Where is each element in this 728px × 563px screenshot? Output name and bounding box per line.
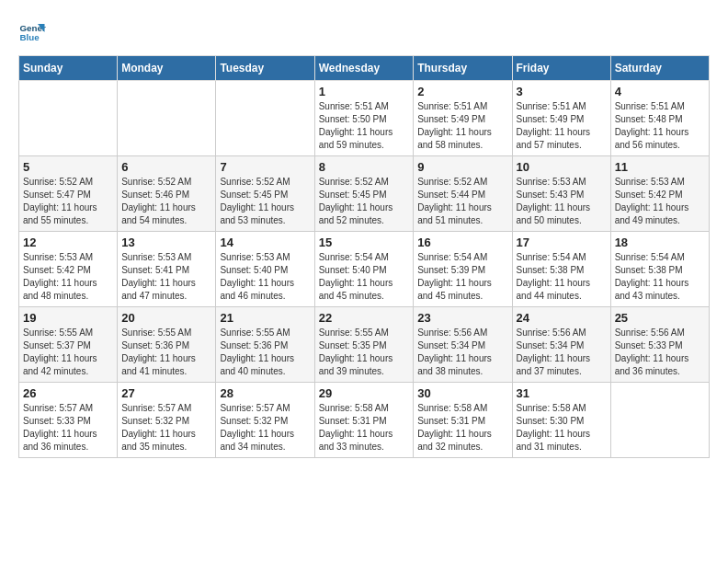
day-number: 11 (615, 160, 705, 174)
day-info: Sunrise: 5:52 AM Sunset: 5:44 PM Dayligh… (417, 176, 507, 227)
svg-text:Blue: Blue (20, 32, 40, 42)
weekday-header-row: SundayMondayTuesdayWednesdayThursdayFrid… (19, 56, 710, 81)
day-info: Sunrise: 5:54 AM Sunset: 5:38 PM Dayligh… (517, 251, 607, 303)
day-info: Sunrise: 5:51 AM Sunset: 5:49 PM Dayligh… (417, 100, 507, 152)
day-number: 16 (417, 236, 507, 249)
day-cell: 9Sunrise: 5:52 AM Sunset: 5:44 PM Daylig… (414, 156, 512, 232)
day-number: 29 (319, 386, 410, 400)
day-cell: 12Sunrise: 5:53 AM Sunset: 5:42 PM Dayli… (19, 232, 118, 307)
day-info: Sunrise: 5:53 AM Sunset: 5:43 PM Dayligh… (517, 176, 607, 227)
day-info: Sunrise: 5:55 AM Sunset: 5:37 PM Dayligh… (23, 327, 113, 378)
day-number: 6 (121, 160, 211, 174)
day-info: Sunrise: 5:58 AM Sunset: 5:31 PM Dayligh… (319, 402, 410, 454)
day-info: Sunrise: 5:57 AM Sunset: 5:33 PM Dayligh… (23, 402, 113, 454)
day-info: Sunrise: 5:57 AM Sunset: 5:32 PM Dayligh… (220, 402, 310, 454)
day-number: 28 (220, 386, 310, 400)
day-cell: 11Sunrise: 5:53 AM Sunset: 5:42 PM Dayli… (610, 156, 709, 232)
day-cell: 6Sunrise: 5:52 AM Sunset: 5:46 PM Daylig… (118, 156, 216, 232)
day-cell: 14Sunrise: 5:53 AM Sunset: 5:40 PM Dayli… (216, 232, 314, 307)
day-cell: 20Sunrise: 5:55 AM Sunset: 5:36 PM Dayli… (118, 307, 216, 383)
weekday-monday: Monday (118, 56, 216, 81)
day-number: 24 (517, 311, 607, 325)
day-cell: 28Sunrise: 5:57 AM Sunset: 5:32 PM Dayli… (216, 383, 314, 458)
day-number: 27 (121, 386, 211, 400)
day-info: Sunrise: 5:58 AM Sunset: 5:30 PM Dayligh… (517, 402, 607, 454)
day-number: 2 (417, 85, 507, 98)
day-cell (19, 81, 118, 156)
day-cell: 17Sunrise: 5:54 AM Sunset: 5:38 PM Dayli… (512, 232, 610, 307)
day-cell: 24Sunrise: 5:56 AM Sunset: 5:34 PM Dayli… (512, 307, 610, 383)
day-cell (216, 81, 314, 156)
day-cell: 29Sunrise: 5:58 AM Sunset: 5:31 PM Dayli… (314, 383, 414, 458)
day-number: 19 (23, 311, 113, 325)
weekday-friday: Friday (512, 56, 610, 81)
day-number: 1 (319, 85, 410, 98)
day-number: 7 (220, 160, 310, 174)
day-cell: 13Sunrise: 5:53 AM Sunset: 5:41 PM Dayli… (118, 232, 216, 307)
day-number: 25 (615, 311, 705, 325)
day-cell: 27Sunrise: 5:57 AM Sunset: 5:32 PM Dayli… (118, 383, 216, 458)
calendar-table: SundayMondayTuesdayWednesdayThursdayFrid… (18, 55, 710, 458)
day-number: 4 (615, 85, 705, 98)
day-info: Sunrise: 5:57 AM Sunset: 5:32 PM Dayligh… (121, 402, 211, 454)
weekday-wednesday: Wednesday (314, 56, 414, 81)
day-number: 9 (417, 160, 507, 174)
day-number: 20 (121, 311, 211, 325)
day-number: 14 (220, 236, 310, 249)
day-info: Sunrise: 5:56 AM Sunset: 5:33 PM Dayligh… (615, 327, 705, 378)
weekday-sunday: Sunday (19, 56, 118, 81)
day-info: Sunrise: 5:51 AM Sunset: 5:50 PM Dayligh… (319, 100, 410, 152)
day-cell (118, 81, 216, 156)
day-number: 23 (417, 311, 507, 325)
day-info: Sunrise: 5:56 AM Sunset: 5:34 PM Dayligh… (417, 327, 507, 378)
day-info: Sunrise: 5:51 AM Sunset: 5:48 PM Dayligh… (615, 100, 705, 152)
week-row-2: 5Sunrise: 5:52 AM Sunset: 5:47 PM Daylig… (19, 156, 710, 232)
week-row-4: 19Sunrise: 5:55 AM Sunset: 5:37 PM Dayli… (19, 307, 710, 383)
day-cell: 22Sunrise: 5:55 AM Sunset: 5:35 PM Dayli… (314, 307, 414, 383)
day-number: 17 (517, 236, 607, 249)
day-info: Sunrise: 5:54 AM Sunset: 5:39 PM Dayligh… (417, 251, 507, 303)
day-number: 8 (319, 160, 410, 174)
day-info: Sunrise: 5:52 AM Sunset: 5:45 PM Dayligh… (220, 176, 310, 227)
day-cell: 30Sunrise: 5:58 AM Sunset: 5:31 PM Dayli… (414, 383, 512, 458)
week-row-1: 1Sunrise: 5:51 AM Sunset: 5:50 PM Daylig… (19, 81, 710, 156)
page-header: General Blue (18, 18, 710, 46)
day-number: 10 (517, 160, 607, 174)
day-cell: 21Sunrise: 5:55 AM Sunset: 5:36 PM Dayli… (216, 307, 314, 383)
day-cell: 18Sunrise: 5:54 AM Sunset: 5:38 PM Dayli… (610, 232, 709, 307)
day-cell: 26Sunrise: 5:57 AM Sunset: 5:33 PM Dayli… (19, 383, 118, 458)
day-cell: 10Sunrise: 5:53 AM Sunset: 5:43 PM Dayli… (512, 156, 610, 232)
day-number: 22 (319, 311, 410, 325)
day-number: 26 (23, 386, 113, 400)
weekday-thursday: Thursday (414, 56, 512, 81)
day-number: 18 (615, 236, 705, 249)
day-cell: 3Sunrise: 5:51 AM Sunset: 5:49 PM Daylig… (512, 81, 610, 156)
day-number: 13 (121, 236, 211, 249)
day-info: Sunrise: 5:53 AM Sunset: 5:42 PM Dayligh… (23, 251, 113, 303)
day-cell: 16Sunrise: 5:54 AM Sunset: 5:39 PM Dayli… (414, 232, 512, 307)
logo: General Blue (18, 18, 46, 46)
day-cell: 5Sunrise: 5:52 AM Sunset: 5:47 PM Daylig… (19, 156, 118, 232)
week-row-3: 12Sunrise: 5:53 AM Sunset: 5:42 PM Dayli… (19, 232, 710, 307)
day-number: 30 (417, 386, 507, 400)
day-info: Sunrise: 5:52 AM Sunset: 5:47 PM Dayligh… (23, 176, 113, 227)
day-cell: 19Sunrise: 5:55 AM Sunset: 5:37 PM Dayli… (19, 307, 118, 383)
day-number: 21 (220, 311, 310, 325)
week-row-5: 26Sunrise: 5:57 AM Sunset: 5:33 PM Dayli… (19, 383, 710, 458)
day-number: 31 (517, 386, 607, 400)
day-cell: 23Sunrise: 5:56 AM Sunset: 5:34 PM Dayli… (414, 307, 512, 383)
day-cell: 1Sunrise: 5:51 AM Sunset: 5:50 PM Daylig… (314, 81, 414, 156)
logo-icon: General Blue (18, 18, 46, 46)
day-info: Sunrise: 5:55 AM Sunset: 5:36 PM Dayligh… (121, 327, 211, 378)
day-cell: 7Sunrise: 5:52 AM Sunset: 5:45 PM Daylig… (216, 156, 314, 232)
day-info: Sunrise: 5:56 AM Sunset: 5:34 PM Dayligh… (517, 327, 607, 378)
day-cell: 31Sunrise: 5:58 AM Sunset: 5:30 PM Dayli… (512, 383, 610, 458)
day-info: Sunrise: 5:52 AM Sunset: 5:45 PM Dayligh… (319, 176, 410, 227)
day-info: Sunrise: 5:53 AM Sunset: 5:41 PM Dayligh… (121, 251, 211, 303)
calendar-body: 1Sunrise: 5:51 AM Sunset: 5:50 PM Daylig… (19, 81, 710, 458)
weekday-saturday: Saturday (610, 56, 709, 81)
day-number: 15 (319, 236, 410, 249)
day-number: 12 (23, 236, 113, 249)
day-number: 5 (23, 160, 113, 174)
day-info: Sunrise: 5:55 AM Sunset: 5:35 PM Dayligh… (319, 327, 410, 378)
